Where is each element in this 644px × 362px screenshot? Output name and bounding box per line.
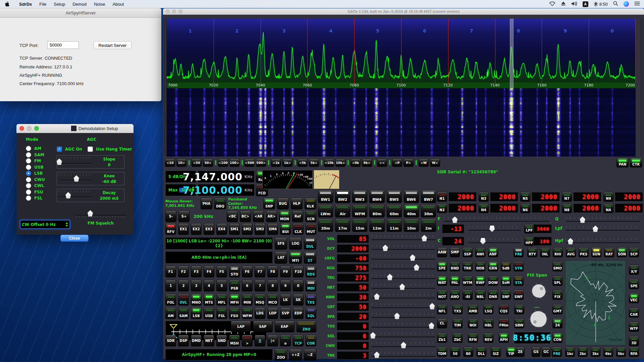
input-source-icon[interactable]: A	[583, 1, 588, 7]
btn-ano[interactable]: ANO	[450, 290, 460, 300]
btn-1k[interactable]: <1k	[271, 159, 281, 167]
btn-rat[interactable]: RAT	[604, 247, 614, 257]
slider-thumb[interactable]	[65, 192, 71, 198]
airspy-titlebar[interactable]: AirSpyHfServer	[0, 8, 161, 18]
param-slider[interactable]	[371, 235, 436, 243]
btn-ex2[interactable]: EX2	[191, 223, 202, 235]
btn-lk[interactable]: LK	[280, 294, 291, 305]
volume-icon[interactable]	[571, 1, 577, 7]
eject-icon[interactable]	[561, 1, 566, 7]
waterfall-display[interactable]	[167, 88, 636, 157]
center-frequency-display[interactable]: 7,100.000 KHz	[198, 184, 255, 196]
btn-hpf[interactable]: HPF	[524, 237, 534, 246]
btn-snf[interactable]: SNF	[501, 290, 511, 300]
btn-pan[interactable]: PAN	[616, 158, 629, 167]
btn-50[interactable]: 50	[450, 347, 460, 357]
btn-w[interactable]: W>	[430, 159, 440, 167]
btn-klk[interactable]: KLK	[305, 198, 316, 209]
btn-rfn[interactable]: RFN	[468, 333, 478, 343]
param-slider[interactable]	[371, 332, 436, 340]
menu-item-demod[interactable]: Demod	[69, 2, 90, 7]
spotlight-icon[interactable]	[613, 1, 618, 7]
btn-mti[interactable]: MTI	[289, 251, 302, 263]
btn-bw4[interactable]: BW4	[369, 190, 384, 203]
btn-wfm[interactable]: WFM	[352, 204, 367, 217]
main-titlebar[interactable]: SdrDx 2.19d, built on Jan--5-2018 @ 18:1…	[163, 8, 644, 15]
radio-circle[interactable]	[26, 165, 31, 170]
btn-n8[interactable]: N8	[562, 203, 572, 213]
btn-7[interactable]: 7	[255, 280, 265, 291]
btn-grn[interactable]: GRN	[488, 261, 498, 271]
btn-rds[interactable]: RDS	[306, 266, 316, 277]
menu-clock[interactable]: 8:50	[594, 2, 608, 7]
param-slider[interactable]	[371, 312, 436, 321]
btn-sto[interactable]: STO	[229, 266, 240, 277]
agc-slider-knee[interactable]: Knee-60 dB	[57, 172, 124, 185]
btn-ex4[interactable]: EX4	[216, 223, 227, 235]
fm-squelch-slider[interactable]	[76, 209, 126, 218]
btn-1k[interactable]: 1k>	[282, 159, 292, 167]
btn-10k[interactable]: <10k	[324, 159, 334, 167]
wifi-icon[interactable]	[549, 1, 555, 7]
btn-fre[interactable]: FRE	[514, 247, 524, 257]
btn-24[interactable]: 24	[552, 318, 562, 328]
radio-circle[interactable]	[26, 171, 31, 176]
btn-[interactable]: >	[242, 335, 253, 346]
btn-bw5[interactable]: BW5	[387, 190, 402, 203]
btn-vec[interactable]: VEC	[629, 293, 639, 303]
radio-circle[interactable]	[26, 177, 31, 182]
menu-item-file[interactable]: File	[36, 2, 50, 7]
btn-[interactable]: ><	[377, 159, 387, 167]
agc-on-checkbox[interactable]: ✓ AGC On	[57, 146, 82, 152]
radio-circle[interactable]	[26, 146, 31, 151]
btn-awi[interactable]: AWI	[475, 247, 485, 257]
btn-ar[interactable]: <AR	[253, 210, 264, 222]
btn-sdb[interactable]: SdB	[501, 261, 511, 271]
slider-thumb[interactable]	[480, 238, 486, 244]
btn-dmd[interactable]: DMD	[191, 335, 202, 346]
mode-radio-fsu[interactable]: FSU	[26, 189, 43, 195]
btn-8[interactable]: 8	[267, 280, 278, 291]
btn-sun[interactable]: SUN	[591, 247, 601, 257]
btn-dow[interactable]: DOW	[488, 276, 498, 286]
btn-smp[interactable]: SMP	[450, 247, 460, 257]
btn-rwf[interactable]: RWF	[475, 276, 485, 286]
notification-center-icon[interactable]	[634, 1, 640, 7]
btn-rty[interactable]: RTY	[527, 247, 537, 257]
mode-radio-fm[interactable]: FM	[26, 158, 41, 164]
btn-nbl[interactable]: NBL	[475, 290, 485, 300]
btn-bw7[interactable]: BW7	[421, 190, 436, 203]
btn-3kc[interactable]: 3kc	[591, 347, 600, 357]
btn-4[interactable]: 4	[204, 280, 214, 291]
btn-100[interactable]: <100	[218, 159, 228, 167]
btn-spl[interactable]: SPL	[552, 276, 562, 286]
filter-slider[interactable]	[565, 225, 641, 233]
btn-rev[interactable]: REV	[483, 333, 493, 343]
btn-not[interactable]: NOT	[437, 290, 447, 300]
btn-aaw[interactable]: AAW	[437, 247, 447, 257]
btn-n7[interactable]: N7	[562, 192, 572, 201]
btn-rfv[interactable]: RFV	[165, 223, 176, 235]
btn-4kc[interactable]: 4kc	[603, 347, 613, 357]
btn-wat[interactable]: WAT	[437, 276, 447, 286]
btn-zro[interactable]: ZRO	[297, 321, 316, 332]
btn-n9[interactable]: N9	[603, 192, 613, 201]
btn-log[interactable]: LOG	[289, 237, 302, 249]
btn-mfh[interactable]: MFH	[229, 294, 240, 305]
btn-40m[interactable]: 40m	[404, 204, 419, 217]
btn-fmm[interactable]: FMm	[499, 318, 509, 328]
btn-500[interactable]: 500>	[256, 159, 266, 167]
btn-lpf[interactable]: LPF	[524, 224, 534, 233]
btn-lds[interactable]: LDS	[255, 307, 265, 319]
btn-cqs[interactable]: CQS	[499, 304, 509, 314]
spectrum-display[interactable]: 1234567890	[167, 19, 636, 82]
btn-spe[interactable]: SPE	[437, 261, 447, 271]
slider-thumb[interactable]	[489, 226, 495, 232]
close-window-button[interactable]	[19, 126, 24, 131]
btn-clk[interactable]: CLK	[293, 223, 304, 235]
menu-item-setup[interactable]: Setup	[50, 2, 69, 7]
btn-sap[interactable]: SAP	[253, 321, 273, 332]
btn-bnd[interactable]: BND	[450, 261, 460, 271]
btn-100[interactable]: 100>	[229, 159, 239, 167]
btn-n5[interactable]: N5	[520, 192, 530, 201]
